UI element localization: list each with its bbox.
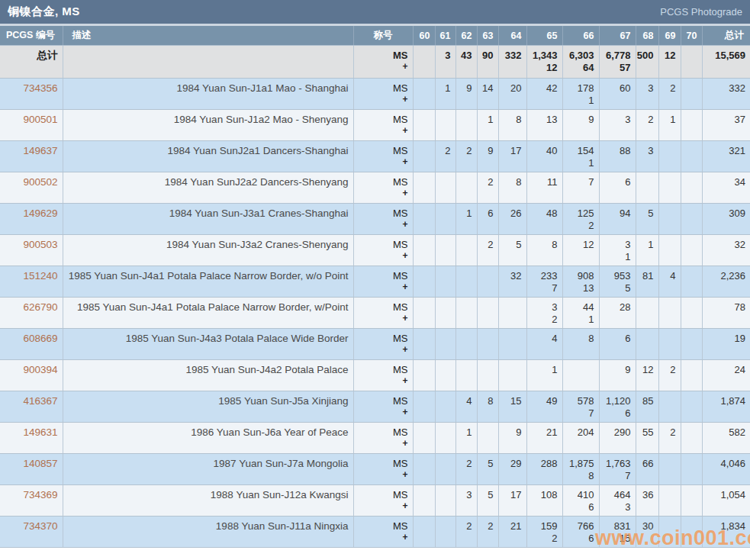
pcgs-number-link[interactable]: 416367	[23, 395, 57, 407]
col-header-68: 68	[636, 26, 658, 46]
table-row: 9005021984 Yuan SunJ2a2 Dancers-Shenyang…	[0, 172, 750, 204]
grade-61-cell: 3	[435, 46, 455, 79]
grade-64-cell: 26	[498, 204, 526, 235]
grade-63-cell: 6	[477, 204, 498, 235]
grade-69-cell: 4	[658, 266, 681, 298]
row-total-cell: 582	[702, 423, 750, 454]
col-header-desc: 描述	[63, 26, 353, 46]
grade-65-cell: 288	[526, 454, 562, 485]
pcgs-number-link[interactable]: 626790	[23, 301, 57, 313]
designation-cell: MS+	[353, 298, 413, 329]
grade-69-cell: 2	[658, 423, 681, 454]
grade-64-cell: 15	[498, 391, 526, 423]
col-header-total: 总计	[702, 26, 750, 46]
pcgs-number-link[interactable]: 900502	[23, 176, 57, 188]
pcgs-number-cell: 149629	[0, 204, 63, 235]
photograde-link[interactable]: PCGS Photograde	[660, 6, 742, 18]
row-total-cell: 4,046	[702, 454, 750, 485]
pcgs-number-link[interactable]: 608669	[23, 333, 57, 344]
grade-65-cell: 11	[526, 172, 562, 204]
table-row: 6086691985 Yuan Sun-J4a3 Potala Palace W…	[0, 329, 750, 360]
grade-62-cell: 2	[455, 517, 477, 548]
pcgs-number-cell: 608669	[0, 329, 63, 360]
grade-67-cell: 1,7637	[599, 454, 636, 485]
designation-plus: +	[354, 188, 408, 198]
grade-62-cell: 4	[455, 391, 477, 423]
grade-61-cell	[435, 298, 455, 329]
grade-66-cell: 7666	[562, 517, 599, 548]
grade-68-cell: 66	[636, 454, 658, 485]
coin-description: 1984 Yuan Sun-J3a1 Cranes-Shanghai	[63, 204, 353, 235]
designation-cell: MS+	[353, 454, 413, 485]
row-total-cell: 1,874	[702, 391, 750, 423]
grade-70-cell	[681, 110, 702, 141]
pcgs-number-cell: 416367	[0, 391, 63, 423]
grade-61-cell	[435, 266, 455, 298]
designation-cell: MS+	[353, 204, 413, 235]
grade-62-cell	[455, 360, 477, 391]
grade-69-cell	[658, 204, 681, 235]
coin-description: 1985 Yuan Sun-J4a3 Potala Palace Wide Bo…	[63, 329, 353, 360]
grade-69-cell: 12	[658, 46, 681, 79]
designation-ms: MS	[354, 489, 408, 501]
grade-67-cell: 9	[599, 360, 636, 391]
designation-ms: MS	[354, 114, 408, 126]
grade-69-cell: 1	[658, 110, 681, 141]
grade-67-plus-count: 3	[600, 501, 631, 513]
grade-67-plus-count: 5	[600, 282, 631, 294]
coin-description: 1984 Yuan Sun-J1a2 Mao - Shenyang	[63, 110, 353, 141]
grade-67-cell: 1,1206	[599, 391, 636, 423]
grade-70-cell	[681, 235, 702, 266]
table-row: 1496311986 Yuan Sun-J6a Year of PeaceMS+…	[0, 423, 750, 454]
pcgs-number-link[interactable]: 149629	[23, 208, 57, 219]
grade-68-cell: 55	[636, 423, 658, 454]
col-header-66: 66	[562, 26, 599, 46]
designation-cell: MS+	[353, 172, 413, 204]
grade-67-plus-count: 6	[600, 407, 631, 420]
grade-66-plus-count: 6	[563, 501, 594, 513]
row-total-cell: 34	[702, 172, 750, 204]
grade-65-cell: 40	[526, 141, 562, 172]
pcgs-number-link[interactable]: 900394	[23, 364, 57, 375]
grade-63-cell: 8	[477, 391, 498, 423]
grade-70-cell	[681, 517, 702, 548]
grade-60-cell	[413, 172, 435, 204]
pcgs-number-link[interactable]: 149631	[23, 426, 57, 438]
grade-68-cell: 36	[636, 485, 658, 517]
col-header-61: 61	[435, 26, 455, 46]
pcgs-number-link[interactable]: 900503	[23, 239, 57, 250]
pcgs-number-link[interactable]: 149637	[23, 145, 57, 156]
grade-68-cell: 3	[636, 79, 658, 110]
designation-cell: MS+	[353, 141, 413, 172]
grade-60-cell	[413, 454, 435, 485]
grade-61-cell	[435, 235, 455, 266]
designation-plus: +	[354, 470, 408, 480]
col-header-designation: 称号	[353, 26, 413, 46]
pcgs-number-link[interactable]: 900501	[23, 114, 57, 125]
grade-68-cell	[636, 298, 658, 329]
grade-61-cell	[435, 454, 455, 485]
grade-67-cell: 290	[599, 423, 636, 454]
grade-64-cell: 32	[498, 266, 526, 298]
pcgs-number-link[interactable]: 734356	[23, 82, 57, 94]
designation-cell: MS+	[353, 517, 413, 548]
grade-69-cell	[658, 141, 681, 172]
grade-61-cell	[435, 172, 455, 204]
designation-ms: MS	[354, 520, 408, 533]
pcgs-number-link[interactable]: 734369	[23, 489, 57, 500]
coin-description: 1984 Yuan Sun-J3a2 Cranes-Shenyang	[63, 235, 353, 266]
grade-70-cell	[681, 454, 702, 485]
grade-62-cell	[455, 110, 477, 141]
total-label-cell: 总计	[0, 46, 63, 79]
pcgs-number-link[interactable]: 151240	[23, 270, 57, 282]
pcgs-number-link[interactable]: 140857	[23, 458, 57, 469]
grade-62-cell: 43	[455, 46, 477, 79]
grade-69-cell	[658, 298, 681, 329]
grade-65-cell: 108	[526, 485, 562, 517]
grade-65-cell: 4	[526, 329, 562, 360]
grade-64-cell: 17	[498, 485, 526, 517]
pcgs-number-link[interactable]: 734370	[23, 520, 57, 532]
grade-65-cell: 32	[526, 298, 562, 329]
designation-ms: MS	[354, 208, 408, 220]
pcgs-number-cell: 149637	[0, 141, 63, 172]
